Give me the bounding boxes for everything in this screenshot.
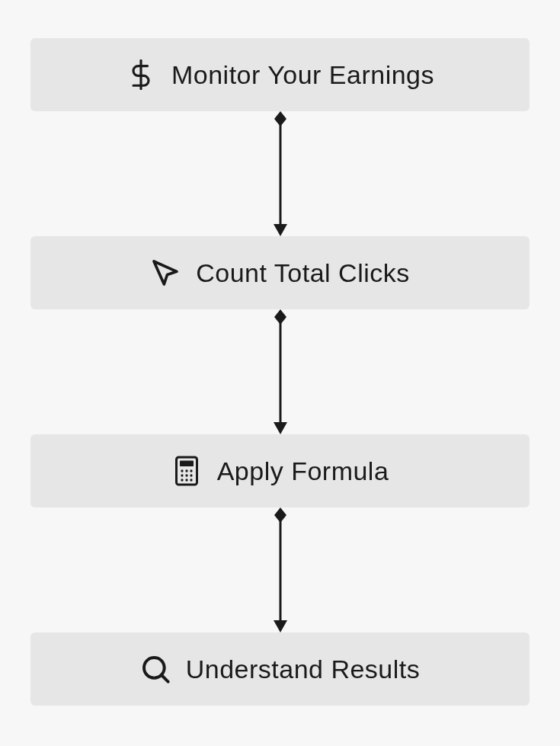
cursor-icon	[150, 258, 181, 288]
step-label: Understand Results	[186, 655, 421, 684]
flow-arrow	[269, 309, 292, 434]
svg-point-16	[185, 479, 187, 481]
step-label: Monitor Your Earnings	[171, 60, 434, 90]
svg-point-14	[190, 474, 192, 476]
calculator-icon	[171, 456, 202, 486]
dollar-icon	[126, 59, 156, 90]
svg-point-10	[185, 469, 187, 472]
magnifier-icon	[140, 654, 171, 684]
step-understand-results: Understand Results	[30, 632, 530, 706]
svg-point-15	[181, 479, 183, 481]
step-label: Count Total Clicks	[196, 258, 410, 288]
svg-point-13	[185, 474, 187, 476]
flow-arrow	[269, 111, 292, 236]
step-monitor-earnings: Monitor Your Earnings	[30, 38, 530, 111]
step-apply-formula: Apply Formula	[30, 434, 530, 507]
svg-line-22	[161, 675, 168, 682]
svg-marker-6	[274, 422, 287, 434]
svg-point-11	[190, 469, 192, 472]
svg-point-17	[190, 479, 192, 481]
svg-marker-1	[274, 111, 286, 126]
svg-rect-8	[180, 461, 194, 467]
svg-marker-20	[274, 620, 287, 632]
flow-arrow	[269, 507, 292, 632]
svg-point-9	[181, 469, 183, 472]
svg-point-12	[181, 474, 183, 476]
svg-marker-3	[274, 224, 287, 236]
step-label: Apply Formula	[217, 456, 389, 486]
svg-marker-18	[274, 507, 286, 523]
svg-marker-4	[274, 309, 286, 325]
step-count-clicks: Count Total Clicks	[30, 236, 530, 309]
